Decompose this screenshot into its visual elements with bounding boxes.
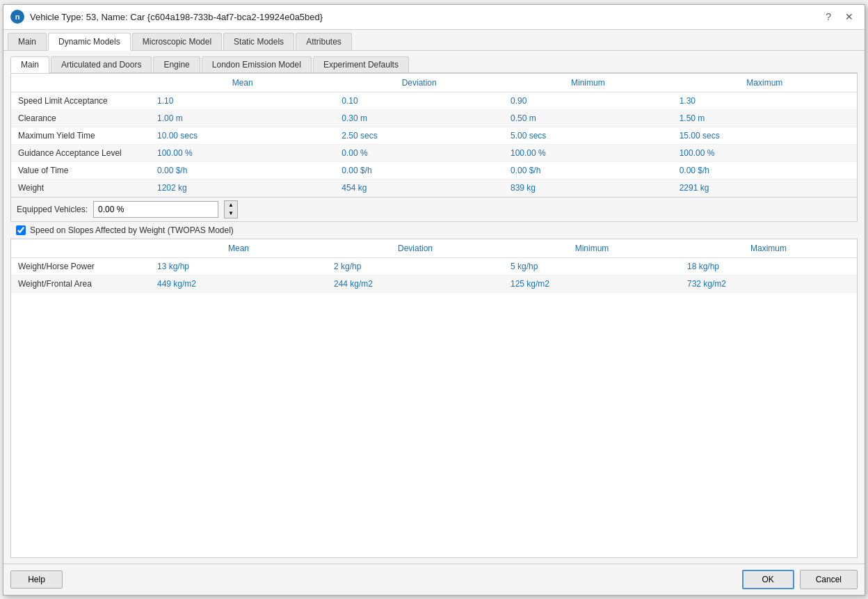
row-maximum[interactable]: 0.00 $/h (673, 161, 857, 179)
lower-col-header-minimum: Minimum (504, 239, 680, 258)
bottom-bar: Help OK Cancel (3, 564, 865, 595)
slopes-label[interactable]: Speed on Slopes Affected by Weight (TWOP… (30, 225, 234, 235)
lower-col-header-label (11, 239, 150, 258)
row-mean[interactable]: 1.00 m (150, 109, 335, 127)
row-label: Maximum Yield Time (11, 127, 150, 144)
row-minimum[interactable]: 0.00 $/h (504, 161, 673, 179)
col-header-label (11, 74, 150, 93)
equipped-vehicles-row: Equipped Vehicles: ▲ ▼ (10, 198, 858, 222)
row-maximum[interactable]: 2291 kg (673, 179, 857, 196)
row-deviation[interactable]: 2 kg/hp (327, 257, 504, 275)
row-mean[interactable]: 0.00 $/h (150, 161, 335, 179)
row-mean[interactable]: 100.00 % (150, 144, 335, 161)
row-deviation[interactable]: 0.10 (335, 92, 504, 109)
row-minimum[interactable]: 0.90 (504, 92, 673, 109)
tab-dynamic-models[interactable]: Dynamic Models (48, 33, 131, 51)
spin-buttons: ▲ ▼ (224, 200, 238, 218)
table-row: Clearance 1.00 m 0.30 m 0.50 m 1.50 m (11, 109, 857, 127)
table-row: Value of Time 0.00 $/h 0.00 $/h 0.00 $/h… (11, 161, 857, 179)
row-minimum[interactable]: 839 kg (504, 179, 673, 196)
lower-col-header-deviation: Deviation (327, 239, 504, 258)
lower-col-header-mean: Mean (150, 239, 327, 258)
row-minimum[interactable]: 0.50 m (504, 109, 673, 127)
row-minimum[interactable]: 5.00 secs (504, 127, 673, 144)
table-row: Speed Limit Acceptance 1.10 0.10 0.90 1.… (11, 92, 857, 109)
tab-microscopic-model[interactable]: Microscopic Model (132, 33, 222, 50)
help-icon-btn[interactable]: ? (821, 10, 835, 24)
row-maximum[interactable]: 18 kg/hp (680, 257, 857, 275)
content-area: Main Articulated and Doors Engine London… (3, 51, 865, 564)
row-maximum[interactable]: 1.30 (673, 92, 857, 109)
window-title: Vehicle Type: 53, Name: Car {c604a198-73… (30, 12, 323, 22)
subtab-experiment-defaults[interactable]: Experiment Defaults (313, 56, 409, 72)
subtab-articulated-doors[interactable]: Articulated and Doors (51, 56, 152, 72)
equipped-input[interactable] (93, 201, 218, 218)
row-deviation[interactable]: 0.00 % (335, 144, 504, 161)
row-deviation[interactable]: 0.30 m (335, 109, 504, 127)
table-row: Weight 1202 kg 454 kg 839 kg 2291 kg (11, 179, 857, 196)
spin-up-btn[interactable]: ▲ (225, 201, 237, 209)
lower-table-section: Mean Deviation Minimum Maximum Weight/Ho… (10, 239, 858, 558)
table-row: Weight/Horse Power 13 kg/hp 2 kg/hp 5 kg… (11, 257, 857, 275)
row-minimum[interactable]: 125 kg/m2 (504, 275, 680, 292)
row-mean[interactable]: 449 kg/m2 (150, 275, 327, 292)
col-header-deviation: Deviation (335, 74, 504, 93)
cancel-button[interactable]: Cancel (800, 570, 858, 589)
lower-col-header-maximum: Maximum (680, 239, 857, 258)
title-bar: n Vehicle Type: 53, Name: Car {c604a198-… (3, 5, 865, 30)
row-mean[interactable]: 1202 kg (150, 179, 335, 196)
ok-button[interactable]: OK (742, 570, 794, 589)
upper-data-table: Mean Deviation Minimum Maximum Speed Lim… (11, 74, 857, 197)
col-header-minimum: Minimum (504, 74, 673, 93)
table-row: Weight/Frontal Area 449 kg/m2 244 kg/m2 … (11, 275, 857, 292)
row-maximum[interactable]: 732 kg/m2 (680, 275, 857, 292)
row-mean[interactable]: 1.10 (150, 92, 335, 109)
checkbox-row: Speed on Slopes Affected by Weight (TWOP… (10, 222, 858, 239)
equipped-label: Equipped Vehicles: (17, 205, 88, 214)
tab-attributes[interactable]: Attributes (296, 33, 352, 50)
row-label: Clearance (11, 109, 150, 127)
lower-data-table: Mean Deviation Minimum Maximum Weight/Ho… (11, 239, 857, 293)
row-maximum[interactable]: 15.00 secs (673, 127, 857, 144)
row-deviation[interactable]: 0.00 $/h (335, 161, 504, 179)
row-mean[interactable]: 13 kg/hp (150, 257, 327, 275)
help-button[interactable]: Help (10, 570, 63, 589)
title-bar-left: n Vehicle Type: 53, Name: Car {c604a198-… (10, 10, 323, 24)
row-label: Weight (11, 179, 150, 196)
row-mean[interactable]: 10.00 secs (150, 127, 335, 144)
top-tabs: Main Dynamic Models Microscopic Model St… (3, 30, 865, 51)
sub-tabs: Main Articulated and Doors Engine London… (10, 56, 858, 73)
col-header-maximum: Maximum (673, 74, 857, 93)
row-maximum[interactable]: 100.00 % (673, 144, 857, 161)
subtab-london-emission[interactable]: London Emission Model (202, 56, 312, 72)
subtab-engine[interactable]: Engine (153, 56, 200, 72)
col-header-mean: Mean (150, 74, 335, 93)
bottom-right-buttons: OK Cancel (742, 570, 858, 589)
spin-down-btn[interactable]: ▼ (225, 209, 237, 218)
slopes-checkbox[interactable] (16, 225, 26, 235)
subtab-main[interactable]: Main (10, 56, 49, 73)
upper-table-section: Mean Deviation Minimum Maximum Speed Lim… (10, 73, 858, 198)
row-deviation[interactable]: 2.50 secs (335, 127, 504, 144)
table-row: Maximum Yield Time 10.00 secs 2.50 secs … (11, 127, 857, 144)
tab-static-models[interactable]: Static Models (223, 33, 294, 50)
title-bar-right: ? ✕ (821, 10, 858, 24)
row-minimum[interactable]: 100.00 % (504, 144, 673, 161)
tab-main[interactable]: Main (8, 33, 47, 50)
row-label: Value of Time (11, 161, 150, 179)
row-label: Guidance Acceptance Level (11, 144, 150, 161)
row-maximum[interactable]: 1.50 m (673, 109, 857, 127)
table-row: Guidance Acceptance Level 100.00 % 0.00 … (11, 144, 857, 161)
row-deviation[interactable]: 454 kg (335, 179, 504, 196)
close-icon-btn[interactable]: ✕ (841, 10, 858, 24)
row-minimum[interactable]: 5 kg/hp (504, 257, 680, 275)
app-icon: n (10, 10, 24, 24)
row-label: Weight/Frontal Area (11, 275, 150, 292)
dialog: n Vehicle Type: 53, Name: Car {c604a198-… (3, 4, 865, 596)
row-label: Weight/Horse Power (11, 257, 150, 275)
row-deviation[interactable]: 244 kg/m2 (327, 275, 504, 292)
row-label: Speed Limit Acceptance (11, 92, 150, 109)
